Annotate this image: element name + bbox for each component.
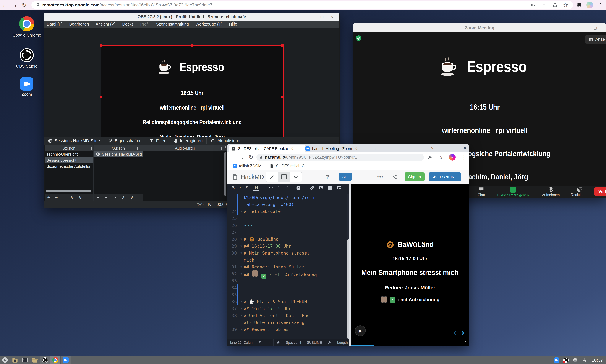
slide-preview-pane[interactable]: BaWüLänd 16:15-17:00 Uhr Mein Smartphone… bbox=[351, 184, 469, 346]
tab-close-icon[interactable]: ✕ bbox=[354, 146, 358, 151]
obs-properties-button[interactable]: Eigenschaften bbox=[104, 137, 145, 145]
fold-chevron-icon[interactable]: ∨ bbox=[239, 312, 244, 319]
hackmd-maximize-button[interactable]: ▢ bbox=[452, 146, 455, 150]
comment-icon[interactable] bbox=[337, 186, 342, 190]
zoom-chat-button[interactable]: Chat bbox=[465, 186, 498, 197]
editor-line[interactable]: k%2BDesign/Logos/Icons/reli bbox=[227, 194, 347, 201]
new-tab-button[interactable]: + bbox=[373, 146, 377, 152]
indent-label[interactable]: Spaces: 4 bbox=[283, 339, 304, 346]
obs-menu-dateif[interactable]: Datei (F) bbox=[47, 22, 63, 26]
image-icon[interactable] bbox=[319, 186, 323, 190]
desktop-icon-google-chrome[interactable]: Google Chrome bbox=[9, 16, 44, 38]
popout-icon[interactable] bbox=[137, 146, 141, 150]
bookmark-star-icon[interactable]: ☆ bbox=[563, 2, 568, 8]
meeting-secure-shield-icon[interactable] bbox=[355, 35, 362, 42]
editor-line[interactable]: 29∨## 16:15-17:00 Uhr bbox=[227, 243, 347, 250]
source-list-item[interactable]: Sessions HackMD-Slid bbox=[94, 151, 143, 157]
brush-icon[interactable] bbox=[276, 341, 280, 345]
bookmark-relilab-zoom[interactable]: relilab ZOOM bbox=[233, 164, 262, 168]
api-button[interactable]: API bbox=[339, 173, 352, 181]
scene-list-item[interactable]: Technik-Übersicht bbox=[45, 151, 93, 157]
install-icon[interactable] bbox=[541, 2, 547, 8]
scene-list-item[interactable]: Soziometrische Aufstellun bbox=[45, 163, 93, 169]
mixer-scrollbar[interactable] bbox=[224, 152, 226, 196]
fold-chevron-icon[interactable]: ∨ bbox=[239, 250, 244, 257]
fold-chevron-icon[interactable]: ∨ bbox=[239, 208, 244, 215]
tray-zoom-icon[interactable] bbox=[554, 357, 559, 363]
obs-interact-button[interactable]: Interagieren bbox=[169, 137, 207, 145]
lightbulb-icon[interactable] bbox=[258, 341, 262, 345]
selection-handle[interactable] bbox=[100, 96, 102, 98]
table-icon[interactable] bbox=[328, 186, 332, 190]
tab-close-icon[interactable]: ✕ bbox=[290, 146, 293, 151]
editor-line[interactable]: 35 bbox=[227, 291, 347, 298]
url-bar[interactable]: remotedesktop.google.com/access/session/… bbox=[31, 1, 573, 9]
selection-handle[interactable] bbox=[191, 44, 193, 47]
fold-chevron-icon[interactable]: ∨ bbox=[239, 298, 244, 305]
browser-menu-icon[interactable]: ⋮ bbox=[461, 154, 467, 160]
fold-chevron-icon[interactable]: ∨ bbox=[239, 326, 244, 333]
wrench-icon[interactable] bbox=[328, 341, 331, 345]
tray-printer-icon[interactable] bbox=[573, 358, 578, 363]
markdown-editor-pane[interactable]: B I S H k%2BDesign/Logos/Icons/relilab-c… bbox=[227, 184, 349, 346]
help-button[interactable]: ? bbox=[325, 174, 329, 180]
editor-line[interactable]: 26--- bbox=[227, 222, 347, 229]
view-mode-button[interactable] bbox=[290, 172, 302, 182]
scene-down-button[interactable]: ∨ bbox=[79, 195, 82, 200]
popout-icon[interactable] bbox=[88, 146, 92, 150]
scene-list-item[interactable]: Sessionübersicht bbox=[45, 157, 93, 163]
obs-menu-profil[interactable]: Profil bbox=[140, 22, 150, 26]
desktop-icon-zoom[interactable]: Zoom bbox=[9, 77, 44, 97]
tab-search-chevron-icon[interactable]: ∨ bbox=[431, 146, 434, 150]
desktop-icon-obs-studio[interactable]: OBS Studio bbox=[9, 48, 44, 69]
editor-line[interactable]: 34--- bbox=[227, 284, 347, 291]
keymap-label[interactable]: SUBLIME bbox=[304, 339, 325, 346]
editor-scrollbar-thumb[interactable] bbox=[347, 239, 349, 339]
split-mode-button[interactable] bbox=[278, 172, 290, 182]
reload-icon[interactable]: ↻ bbox=[246, 154, 256, 160]
obs-maximize-button[interactable]: ▢ bbox=[320, 15, 324, 19]
hackmd-close-button[interactable]: ✕ bbox=[463, 146, 467, 150]
sign-in-button[interactable]: Sign in bbox=[405, 172, 425, 181]
add-source-button[interactable]: + bbox=[97, 195, 99, 200]
fold-chevron-icon[interactable]: ∨ bbox=[239, 263, 244, 271]
fold-chevron-icon[interactable]: ∨ bbox=[239, 305, 244, 312]
fold-chevron-icon[interactable]: ∨ bbox=[239, 243, 244, 250]
source-settings-icon[interactable] bbox=[112, 195, 117, 199]
back-icon[interactable]: ← bbox=[0, 2, 10, 8]
editor-line[interactable]: mich bbox=[227, 257, 347, 263]
taskbar-obs-icon[interactable] bbox=[40, 356, 50, 364]
tray-network-icon[interactable] bbox=[582, 358, 587, 363]
play-button[interactable]: ▶ bbox=[355, 325, 366, 336]
hackmd-logo[interactable]: HackMD bbox=[232, 174, 264, 180]
slide-prev-icon[interactable]: ‹ bbox=[453, 327, 456, 338]
share-note-icon[interactable] bbox=[392, 174, 397, 180]
fold-chevron-icon[interactable]: ∨ bbox=[239, 236, 244, 243]
italic-button[interactable]: I bbox=[239, 185, 241, 190]
editor-line[interactable]: 25 bbox=[227, 215, 347, 222]
editor-line[interactable]: 36∨# Pfalz & Saar PLENUM bbox=[227, 298, 347, 305]
source-up-button[interactable]: ∧ bbox=[122, 195, 125, 200]
zoom-minimize-button[interactable]: – bbox=[577, 26, 578, 30]
check-icon[interactable]: ✓ bbox=[265, 339, 273, 346]
zoom-reaktionen-button[interactable]: Reaktionen bbox=[563, 186, 596, 197]
remove-scene-button[interactable]: − bbox=[55, 195, 58, 200]
editor-line[interactable]: als Unterrichtswerkzeug bbox=[227, 319, 347, 326]
zoom-leave-button[interactable]: Verlas bbox=[594, 187, 606, 196]
obs-close-button[interactable]: ✕ bbox=[330, 15, 333, 19]
forward-icon[interactable]: → bbox=[10, 2, 19, 8]
editor-content[interactable]: k%2BDesign/Logos/Icons/relilab-cafe.png … bbox=[227, 194, 347, 339]
editor-line[interactable]: 31∨## Redner: Jonas Müller bbox=[227, 263, 347, 271]
editor-line[interactable]: 24∨# relilab-Café bbox=[227, 208, 347, 215]
obs-filter-button[interactable]: Filter bbox=[146, 137, 169, 145]
obs-source-tab[interactable]: Sessions HackMD-Slide bbox=[44, 137, 104, 145]
bookmark-slides-relilab[interactable]: SLIDES relilab-C... bbox=[270, 164, 308, 168]
numbered-list-icon[interactable] bbox=[287, 186, 291, 190]
back-icon[interactable]: ← bbox=[227, 154, 237, 160]
editor-line[interactable]: 38∨# Und Action! - Das I-Pad bbox=[227, 312, 347, 319]
dock-resize-handle[interactable]: ······ bbox=[230, 20, 239, 24]
obs-selected-source-box[interactable]: Espresso16:15 Uhrwirlernenonline - rpi-v… bbox=[101, 45, 284, 137]
fold-chevron-icon[interactable]: ∨ bbox=[239, 271, 244, 277]
source-down-button[interactable]: ∨ bbox=[130, 195, 133, 200]
scenes-hscrollbar[interactable] bbox=[46, 190, 91, 192]
